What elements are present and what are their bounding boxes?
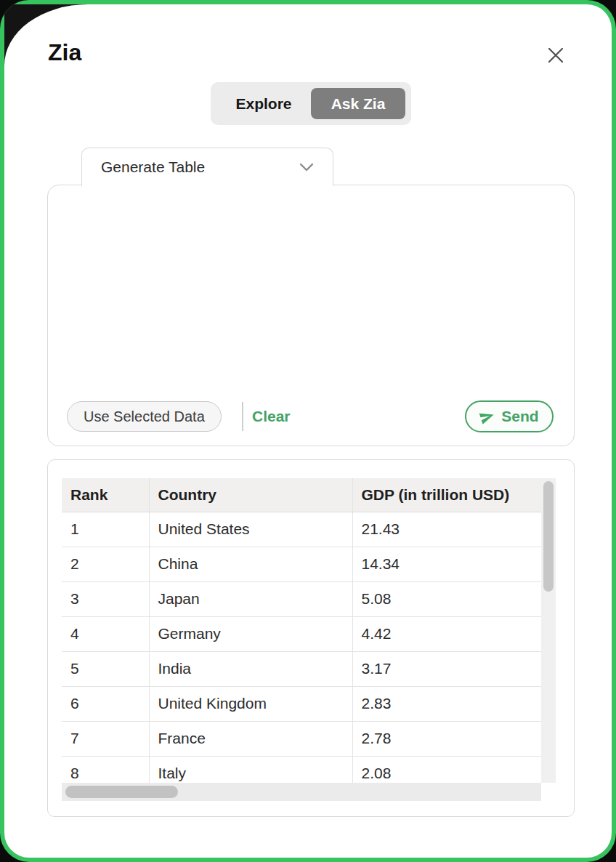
chevron-down-icon [299, 163, 314, 172]
table-cell: 2.78 [352, 721, 541, 756]
table-cell: India [149, 651, 352, 686]
result-table-viewport: RankCountryGDP (in trillion USD) 1United… [62, 478, 541, 783]
zia-dialog: Zia Explore Ask Zia Generate Table Top 1… [0, 0, 616, 862]
generate-table-dropdown[interactable]: Generate Table [81, 148, 333, 186]
table-cell: 2.08 [352, 756, 541, 783]
table-cell: China [149, 547, 352, 581]
table-cell: 21.43 [352, 512, 541, 547]
table-cell: United Kingdom [149, 686, 352, 721]
table-cell: Italy [149, 756, 352, 783]
send-icon [479, 409, 495, 424]
table-row: 1United States21.43 [62, 512, 541, 547]
table-cell: 3 [62, 581, 149, 616]
close-icon [546, 45, 566, 68]
table-cell: 4 [62, 616, 149, 651]
column-header: GDP (in trillion USD) [352, 478, 541, 512]
table-cell: 2 [62, 547, 149, 581]
table-row: 2China14.34 [62, 547, 541, 581]
table-cell: Japan [149, 581, 352, 616]
table-cell: United States [149, 512, 352, 547]
clear-button[interactable]: Clear [252, 401, 291, 432]
mode-toggle: Explore Ask Zia [211, 82, 411, 125]
use-selected-data-button[interactable]: Use Selected Data [67, 401, 222, 432]
vertical-scrollbar[interactable] [541, 478, 556, 801]
table-row: 5India3.17 [62, 651, 541, 686]
close-button[interactable] [539, 40, 572, 73]
table-row: 6United Kingdom2.83 [62, 686, 541, 721]
horizontal-scrollbar[interactable] [62, 783, 541, 801]
table-row: 8Italy2.08 [62, 756, 541, 783]
table-cell: 6 [62, 686, 149, 721]
tab-ask-zia[interactable]: Ask Zia [311, 88, 405, 119]
horizontal-scrollbar-thumb[interactable] [65, 786, 178, 798]
table-cell: 4.42 [352, 616, 541, 651]
result-table: RankCountryGDP (in trillion USD) 1United… [62, 478, 541, 783]
table-cell: 1 [62, 512, 149, 547]
scrollbar-corner [541, 783, 556, 801]
table-row: 7France2.78 [62, 721, 541, 756]
dropdown-selected-label: Generate Table [101, 158, 205, 176]
vertical-scrollbar-thumb[interactable] [543, 481, 554, 592]
table-header-row: RankCountryGDP (in trillion USD) [62, 478, 541, 512]
table-cell: Germany [149, 616, 352, 651]
table-cell: 2.83 [352, 686, 541, 721]
table-cell: 14.34 [352, 547, 541, 581]
table-cell: 8 [62, 756, 149, 783]
column-header: Rank [62, 478, 149, 512]
page-title: Zia [48, 39, 81, 66]
button-divider [242, 402, 243, 431]
tab-explore[interactable]: Explore [216, 95, 311, 113]
table-cell: 5.08 [352, 581, 541, 616]
table-cell: 5 [62, 651, 149, 686]
column-header: Country [149, 478, 352, 512]
table-cell: 7 [62, 721, 149, 756]
send-button[interactable]: Send [465, 400, 554, 432]
send-label: Send [501, 408, 538, 425]
table-row: 3Japan5.08 [62, 581, 541, 616]
table-row: 4Germany4.42 [62, 616, 541, 651]
table-cell: 3.17 [352, 651, 541, 686]
table-cell: France [149, 721, 352, 756]
